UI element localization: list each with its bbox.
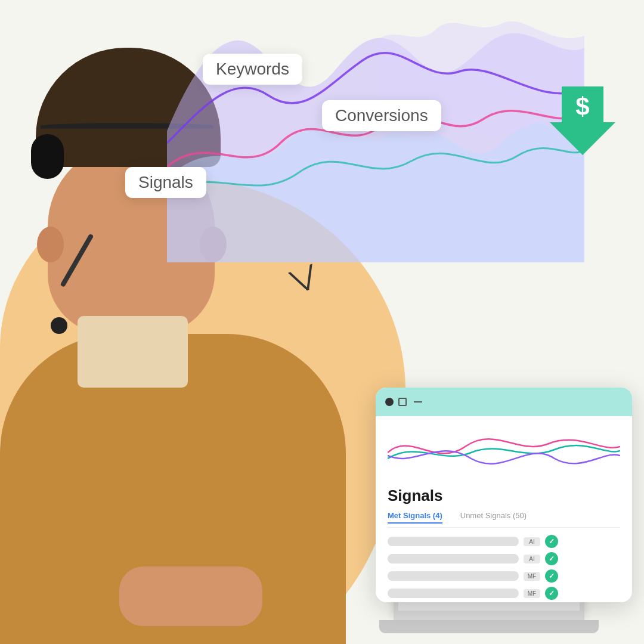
- signal-row: MF ✓: [388, 569, 620, 583]
- signal-check-icon: ✓: [545, 569, 558, 583]
- signal-tag: AI: [524, 555, 540, 564]
- keywords-text: Keywords: [216, 60, 289, 78]
- background-chart-area: [167, 12, 584, 262]
- signal-check-icon: ✓: [545, 552, 558, 565]
- signal-rows: AI ✓ AI ✓ MF ✓ MF ✓: [388, 535, 620, 600]
- signal-tag: AI: [524, 537, 540, 546]
- conversions-label: Conversions: [322, 100, 441, 131]
- dollar-badge-container: $: [550, 86, 615, 157]
- signal-row: MF ✓: [388, 587, 620, 600]
- mini-chart: [388, 426, 620, 479]
- signal-row: AI ✓: [388, 535, 620, 548]
- mini-wave-svg: [388, 426, 620, 479]
- titlebar-square-icon: [398, 398, 407, 406]
- titlebar-dot: [385, 398, 394, 406]
- signal-bar: [388, 554, 519, 564]
- titlebar-dash-icon: [414, 401, 422, 402]
- tab-unmet-signals-label: Unmet Signals (50): [460, 511, 527, 520]
- panel-content: Signals Met Signals (4) Unmet Signals (5…: [376, 416, 632, 602]
- panel-titlebar: [376, 388, 632, 416]
- signal-check-icon: ✓: [545, 587, 558, 600]
- signal-row: AI ✓: [388, 552, 620, 565]
- signal-tag: MF: [524, 589, 540, 598]
- svg-text:$: $: [575, 92, 589, 120]
- conversions-text: Conversions: [335, 106, 428, 125]
- signal-bar: [388, 571, 519, 581]
- tab-unmet-signals[interactable]: Unmet Signals (50): [460, 511, 527, 524]
- panel-title: Signals: [388, 487, 620, 505]
- signals-label: Signals: [125, 167, 206, 198]
- signal-tag: MF: [524, 572, 540, 581]
- signals-text: Signals: [138, 173, 193, 191]
- signal-check-icon: ✓: [545, 535, 558, 548]
- panel-tabs: Met Signals (4) Unmet Signals (50): [388, 511, 620, 528]
- keywords-label: Keywords: [203, 54, 302, 85]
- dollar-arrow-icon: $: [550, 86, 615, 155]
- signal-bar: [388, 589, 519, 598]
- signal-bar: [388, 537, 519, 546]
- tab-met-signals[interactable]: Met Signals (4): [388, 511, 442, 524]
- panel-title-text: Signals: [388, 487, 442, 504]
- tab-met-signals-label: Met Signals (4): [388, 511, 442, 520]
- dashboard-panel: Signals Met Signals (4) Unmet Signals (5…: [376, 388, 632, 602]
- background-wave-svg: [167, 12, 584, 262]
